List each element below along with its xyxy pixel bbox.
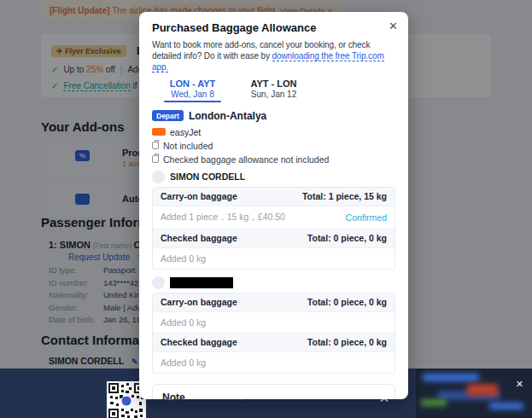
avatar [152, 276, 165, 289]
table-row: Added 0 kg [153, 247, 395, 269]
table-row: Added 0 kg [153, 311, 395, 334]
airline-name: easyJet [170, 127, 201, 137]
airline-row: easyJet [152, 127, 395, 137]
table-row: Added 0 kg [153, 351, 395, 373]
table-row: Checked baggage Total: 0 piece, 0 kg [153, 334, 395, 351]
table-row: Added 1 piece，15 kg，£40.50 Confirmed [153, 206, 395, 229]
note-card: Note Changes & Cancellations Carry-on Ba… [152, 384, 395, 399]
baggage-table-passenger-2: Carry-on baggage Total: 0 piece, 0 kg Ad… [152, 293, 395, 374]
carry-on-bag-icon [152, 142, 159, 149]
passenger-2-header [152, 276, 395, 289]
photo-blob [489, 403, 523, 409]
photo-blob [421, 399, 447, 406]
route-title: London-Antalya [189, 110, 266, 122]
depart-badge: Depart [152, 110, 184, 121]
depart-row: Depart London-Antalya [152, 110, 395, 122]
baggage-allowance-modal: Purchased Baggage Allowance ✕ Want to bo… [139, 12, 408, 399]
close-icon[interactable]: ✕ [389, 20, 398, 32]
booking-page: [Flight Update] The airline has made cha… [0, 0, 532, 418]
avatar [152, 171, 165, 183]
easyjet-logo [152, 128, 166, 136]
modal-title: Purchased Baggage Allowance [152, 21, 395, 34]
flight-tabs: LON - AYT Wed, Jan 8 AYT - LON Sun, Jan … [152, 78, 395, 102]
photo-blob [467, 384, 498, 396]
passenger-1-header: SIMON CORDELL [152, 171, 395, 183]
note-heading: Note [162, 392, 385, 399]
table-row: Carry-on baggage Total: 1 piece, 15 kg [153, 188, 395, 206]
status-badge: Confirmed [346, 212, 387, 223]
banner-photo: ✕ [416, 369, 532, 418]
modal-intro: Want to book more add-ons, cancel your b… [152, 39, 395, 73]
table-row: Carry-on baggage Total: 0 piece, 0 kg [153, 293, 395, 311]
carryon-notice: Not included [152, 141, 395, 151]
table-row: Checked baggage Total: 0 piece, 0 kg [153, 229, 395, 247]
tab-return[interactable]: AYT - LON Sun, Jan 12 [233, 78, 314, 102]
baggage-table-passenger-1: Carry-on baggage Total: 1 piece, 15 kg A… [152, 187, 395, 270]
checked-bag-icon [152, 155, 159, 163]
tab-outbound[interactable]: LON - AYT Wed, Jan 8 [152, 78, 233, 102]
checked-notice: Checked baggage allowance not included [152, 154, 395, 165]
photo-blob [423, 374, 479, 381]
close-icon[interactable]: ✕ [516, 379, 523, 390]
redacted-name [170, 277, 233, 288]
